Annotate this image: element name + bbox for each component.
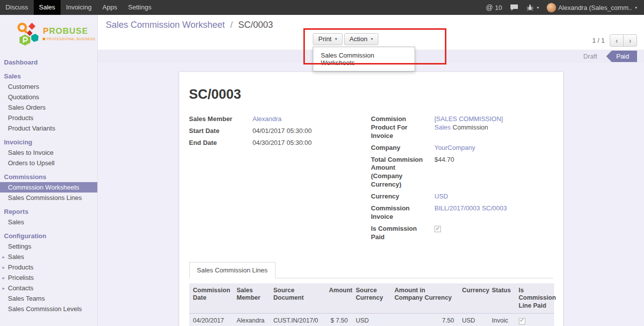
form-field: Start Date 04/01/2017 05:30:00 (189, 127, 371, 135)
main-area: Sales Commission Worksheet / SC/0003 Pri… (98, 15, 644, 326)
debug-menu-button[interactable]: ▾ (522, 0, 543, 15)
table-row[interactable]: 04/20/2017 05:30:00 Alexandra CUST.IN/20… (189, 314, 554, 326)
mentions-counter[interactable]: @ 10 (482, 0, 506, 15)
form-sheet: SC/0003 Sales Member Alexandra (179, 71, 564, 326)
field-label: Start Date (189, 127, 253, 135)
sidebar-item-label: Products (8, 263, 33, 271)
breadcrumb-parent-link[interactable]: Sales Commission Worksheet (106, 20, 225, 30)
nav-menu-item[interactable]: Invoicing (61, 0, 97, 15)
form-field: Total Commision Amount (Company Currency… (371, 156, 553, 190)
sidebar-item-label: Products (8, 114, 33, 122)
sidebar-item[interactable]: Customers (0, 81, 97, 92)
sidebar-item[interactable]: Orders to Upsell (0, 158, 97, 168)
statusbar: Draft Paid (574, 50, 637, 63)
print-button-label: Print (318, 35, 332, 43)
field-label: Is Commission Paid (371, 225, 434, 242)
field-value: Alexandra (253, 115, 371, 124)
probuse-logo[interactable]: PROBUSE PROFESSIONAL BUSINESS (0, 15, 97, 52)
checkbox-checked-icon: ✓ (434, 226, 441, 232)
field-group-left: Sales Member Alexandra Start Date 04/01/… (189, 115, 371, 245)
sidebar-item-label: Contacts (8, 284, 33, 292)
sidebar-item[interactable]: Sales Commissions Lines (0, 193, 97, 203)
top-navbar: Discuss Sales Invoicing Apps Settings @ … (0, 0, 644, 15)
sidebar-item-label: Commission Worksheets (8, 184, 79, 191)
pager-count: 1 / 1 (592, 37, 605, 44)
sidebar-item[interactable]: Invoicing (0, 137, 97, 147)
field-value-text[interactable]: USD (434, 193, 448, 200)
status-stage-paid[interactable]: Paid (606, 51, 637, 62)
sidebar-item[interactable]: ▸ Sales (0, 252, 97, 262)
sidebar-item[interactable]: ▸ Contacts (0, 283, 97, 293)
submenu-arrow-icon: ▸ (2, 264, 5, 271)
user-menu[interactable]: Alexandra (Sales_comm.. ▾ (543, 0, 641, 15)
column-header[interactable]: Source Document (270, 283, 325, 314)
column-header[interactable]: Is Commission Line Paid (515, 283, 554, 314)
sidebar-item[interactable]: Reports (0, 206, 97, 217)
field-value-text: 04/30/2017 05:30:00 (253, 139, 312, 146)
sidebar-item[interactable]: Products (0, 113, 97, 123)
print-button[interactable]: Print ▾ (313, 33, 343, 45)
content-area: SC/0003 Sales Member Alexandra (98, 63, 644, 326)
pager-next-button[interactable]: › (623, 34, 637, 47)
column-header[interactable]: Source Currency (352, 283, 391, 314)
sidebar-item[interactable]: Sales (0, 217, 97, 227)
sidebar-item-label: Sales Commissions Lines (8, 194, 82, 201)
sidebar-menu: Dashboard Sales Customers Quotations (0, 52, 97, 314)
form-field: End Date 04/30/2017 05:30:00 (189, 139, 371, 147)
sidebar-item[interactable]: Sales Teams (0, 293, 97, 304)
column-header[interactable]: Currency (458, 283, 488, 314)
sidebar: PROBUSE PROFESSIONAL BUSINESS Dashboard … (0, 15, 98, 326)
messages-button[interactable] (506, 0, 522, 15)
nav-menu-item[interactable]: Apps (97, 0, 123, 15)
sidebar-item-label: Configuration (4, 232, 46, 240)
cell-sales-member: Alexandra (233, 314, 270, 326)
form-field: Commission Invoice BILL/2017/0003 SC/000… (371, 204, 553, 221)
sidebar-item[interactable]: Sales (0, 71, 97, 81)
caret-down-icon: ▾ (335, 37, 337, 41)
nav-menu-item[interactable]: Settings (123, 0, 157, 15)
sidebar-item[interactable]: Settings (0, 241, 97, 252)
tab-sales-commission-lines[interactable]: Sales Commission Lines (189, 262, 276, 278)
sidebar-item-label: Sales (8, 253, 24, 261)
field-value-text[interactable]: YourCompany (434, 144, 475, 151)
check-icon: ✓ (435, 225, 440, 232)
action-button[interactable]: Action ▾ (344, 33, 378, 45)
sidebar-item[interactable]: Sales Orders (0, 102, 97, 113)
sidebar-item[interactable]: Product Variants (0, 123, 97, 133)
form-field: Sales Member Alexandra (189, 115, 371, 124)
field-value-text[interactable]: BILL/2017/0003 SC/0003 (434, 204, 507, 212)
column-header[interactable]: Commission Date (189, 283, 233, 314)
nav-menu-item[interactable]: Sales (34, 0, 61, 15)
chevron-left-icon: ‹ (616, 37, 618, 45)
status-stage-draft[interactable]: Draft (574, 53, 606, 60)
column-header[interactable]: Status (488, 283, 515, 314)
sidebar-item-label: Pricelists (8, 274, 34, 281)
column-header[interactable]: Sales Member (233, 283, 270, 314)
column-header[interactable]: Amount (325, 283, 352, 314)
sidebar-item[interactable]: Sales to Invoice (0, 147, 97, 158)
sidebar-item[interactable]: Quotations (0, 92, 97, 102)
sidebar-item[interactable]: Sales Commission Levels (0, 304, 97, 314)
nav-menu-item[interactable]: Discuss (0, 0, 34, 15)
cell-amount-company-currency: 7.50 (391, 314, 458, 326)
pager-previous-button[interactable]: ‹ (610, 34, 624, 47)
sidebar-item[interactable]: Commission Worksheets (0, 182, 97, 193)
pager: 1 / 1 ‹ › (592, 34, 637, 47)
dropdown-item-sales-commission-worksheets[interactable]: Sales Commission Worksheets (313, 49, 415, 69)
sidebar-item[interactable]: Dashboard (0, 57, 97, 67)
sidebar-item-label: Sales Orders (8, 104, 46, 111)
submenu-arrow-icon: ▸ (2, 285, 5, 292)
sidebar-item[interactable]: Commissions (0, 172, 97, 182)
sidebar-item-label: Sales (4, 72, 21, 80)
sidebar-item[interactable]: ▸ Pricelists (0, 272, 97, 283)
cell-amount: $ 7.50 (325, 314, 352, 326)
field-value-text[interactable]: Alexandra (253, 115, 282, 123)
sidebar-item[interactable]: Configuration (0, 231, 97, 241)
submenu-arrow-icon: ▸ (2, 274, 5, 282)
column-header[interactable]: Amount in Company Currency (391, 283, 458, 314)
logo-subtitle-square (43, 38, 45, 40)
notebook-tabs: Sales Commission Lines (189, 262, 553, 278)
sidebar-item-label: Settings (8, 243, 31, 250)
sidebar-item[interactable]: ▸ Products (0, 262, 97, 272)
caret-down-icon: ▾ (371, 37, 373, 41)
